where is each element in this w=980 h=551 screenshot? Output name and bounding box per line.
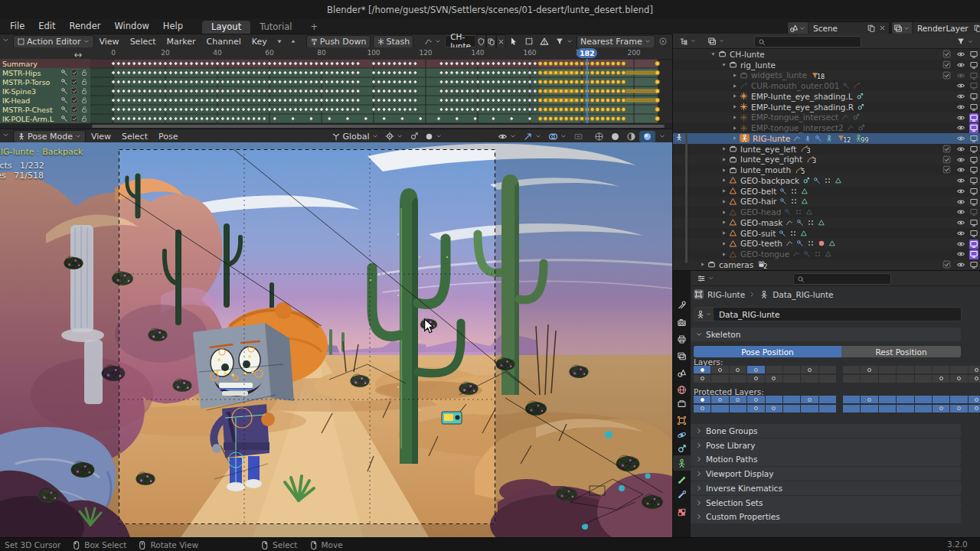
- properties-search-field[interactable]: [793, 273, 891, 285]
- layers-right-top-cell-4[interactable]: [915, 366, 932, 373]
- exclude-checkbox[interactable]: [942, 260, 951, 270]
- channel-ik-spine3[interactable]: IK-Spine3: [0, 86, 90, 96]
- snap-dropdown[interactable]: Nearest Frame: [577, 35, 655, 48]
- scene-icon-button[interactable]: [788, 22, 808, 34]
- ds-menu-view[interactable]: View: [94, 37, 125, 47]
- protected-right-bottom-cell-0[interactable]: [843, 405, 860, 412]
- channel-summary[interactable]: Summary: [0, 59, 90, 68]
- outliner-row-geo-mask[interactable]: GEO-mask: [673, 217, 980, 228]
- outliner-row-emp-lunte_eye_shading.r[interactable]: EMP-lunte_eye_shading.R: [673, 102, 980, 112]
- outliner-display-mode-dropdown[interactable]: [676, 36, 700, 47]
- exclude-checkbox[interactable]: [942, 155, 951, 165]
- properties-tab-object[interactable]: [673, 412, 691, 428]
- ds-menu-channel[interactable]: Channel: [201, 37, 247, 47]
- panel-selection-sets[interactable]: Selection Sets: [691, 496, 961, 510]
- outliner-filter-dropdown[interactable]: [953, 36, 977, 47]
- layers-right-top-cell-7[interactable]: [969, 366, 980, 373]
- layers-left-top-cell-4[interactable]: [766, 366, 782, 373]
- protected-left-top-cell-6[interactable]: [801, 396, 818, 403]
- protected-right-bottom-cell-1[interactable]: [861, 405, 877, 412]
- properties-editor-dropdown[interactable]: [694, 273, 717, 284]
- panel-pose-library[interactable]: Pose Library: [691, 439, 961, 452]
- outliner-row-geo-teeth[interactable]: GEO-teeth: [673, 239, 980, 249]
- timeline-ruler[interactable]: 020406080100120140160180200182: [90, 47, 672, 60]
- shading-wireframe-button[interactable]: [591, 131, 607, 142]
- layers-left-top-cell-7[interactable]: [819, 366, 836, 373]
- dopesheet-h-scrollbar[interactable]: [0, 123, 672, 129]
- layers-left-bottom-cell-0[interactable]: [694, 375, 710, 383]
- protected-left-top-cell-7[interactable]: [819, 396, 836, 403]
- layers-right-bottom-cell-0[interactable]: [843, 375, 860, 383]
- move-channel-up-button[interactable]: [286, 37, 300, 46]
- workspace-tab-+[interactable]: +: [301, 21, 327, 34]
- outliner-row-emp-tongue_intersect2[interactable]: EMP-tongue_intersect2: [673, 122, 980, 133]
- protected-right-top-cell-3[interactable]: [897, 396, 913, 403]
- layers-right-top-cell-6[interactable]: [950, 366, 967, 373]
- mode-dropdown[interactable]: Pose Mode: [13, 130, 86, 143]
- pose-position-button[interactable]: Pose Position: [694, 346, 841, 357]
- vp-menu-pose[interactable]: Pose: [153, 132, 183, 142]
- layers-right-top-cell-2[interactable]: [879, 366, 896, 373]
- outliner-row-cameras[interactable]: cameras2: [673, 259, 980, 270]
- exclude-checkbox[interactable]: [942, 145, 951, 155]
- layers-left-bottom-cell-2[interactable]: [730, 375, 746, 383]
- move-channel-down-button[interactable]: [273, 37, 286, 46]
- properties-tab-texture[interactable]: [673, 504, 691, 520]
- outliner-row-geo-belt[interactable]: GEO-belt: [673, 186, 980, 197]
- fake-user-button[interactable]: [476, 34, 486, 48]
- panel-motion-paths[interactable]: Motion Paths: [691, 452, 961, 466]
- outliner-search-field[interactable]: [754, 36, 861, 47]
- menu-window[interactable]: Window: [107, 19, 155, 34]
- protected-right-top-cell-5[interactable]: [933, 396, 949, 403]
- protected-left-bottom-cell-1[interactable]: [711, 405, 728, 412]
- proportional-editing-dropdown[interactable]: [422, 132, 446, 142]
- view-layer-new-button[interactable]: [973, 24, 980, 33]
- workspace-tab-tutorial[interactable]: Tutorial: [250, 21, 301, 34]
- outliner-row-lunte_eye_left[interactable]: lunte_eye_left3: [673, 144, 980, 155]
- properties-tab-render[interactable]: [673, 315, 691, 330]
- outliner-row-lunte_eye_right[interactable]: lunte_eye_right3: [673, 155, 980, 165]
- properties-tab-output[interactable]: [673, 331, 691, 347]
- outliner-row-ch-lunte[interactable]: CH-lunte: [673, 49, 980, 60]
- transform-orientation-dropdown[interactable]: Global: [328, 131, 381, 142]
- layers-left-top-cell-5[interactable]: [783, 366, 800, 373]
- exclude-checkbox[interactable]: [942, 60, 951, 70]
- filter-dropdown[interactable]: [552, 36, 577, 47]
- menu-file[interactable]: File: [3, 19, 31, 34]
- menu-edit[interactable]: Edit: [31, 19, 62, 34]
- pivot-point-dropdown[interactable]: [382, 131, 407, 142]
- protected-left-bottom-cell-4[interactable]: [766, 405, 782, 412]
- properties-tab-scene[interactable]: [673, 365, 691, 380]
- layers-left-bottom-cell-5[interactable]: [783, 375, 800, 383]
- layers-left-bottom-cell-3[interactable]: [747, 375, 764, 383]
- properties-tab-bone[interactable]: [673, 472, 691, 487]
- protected-left-bottom-cell-0[interactable]: [694, 405, 710, 412]
- layers-left-top-cell-2[interactable]: [730, 366, 746, 373]
- exclude-checkbox[interactable]: [942, 165, 951, 175]
- menu-help[interactable]: Help: [156, 19, 190, 34]
- properties-tab-object-data[interactable]: [673, 455, 691, 471]
- stash-button[interactable]: Stash: [373, 35, 414, 48]
- view-layer-selector[interactable]: RenderLayer: [891, 21, 980, 34]
- protected-left-top-cell-2[interactable]: [730, 396, 746, 403]
- channel-ik-head[interactable]: IK-Head: [0, 96, 90, 105]
- protected-right-top-cell-7[interactable]: [969, 396, 980, 403]
- protected-left-top-cell-0[interactable]: [694, 396, 710, 403]
- layers-right-top-cell-3[interactable]: [897, 366, 913, 373]
- protected-left-top-cell-4[interactable]: [766, 396, 782, 403]
- gizmos-toggle[interactable]: [520, 131, 545, 142]
- protected-left-bottom-cell-7[interactable]: [819, 405, 836, 412]
- menu-render[interactable]: Render: [63, 19, 108, 34]
- outliner-row-rig-lunte[interactable]: RIG-lunte1299: [673, 133, 980, 144]
- properties-tab-constraints[interactable]: [673, 441, 691, 456]
- protected-right-top-cell-1[interactable]: [861, 396, 877, 403]
- shading-dropdown[interactable]: [655, 132, 669, 141]
- layers-right-bottom-cell-1[interactable]: [861, 375, 877, 383]
- protected-right-bottom-cell-6[interactable]: [950, 405, 967, 412]
- properties-tab-tool[interactable]: [673, 297, 691, 312]
- layers-left-bottom-cell-1[interactable]: [711, 375, 728, 383]
- properties-tab-world[interactable]: [673, 382, 691, 397]
- protected-right-bottom-cell-4[interactable]: [915, 405, 932, 412]
- layers-left-top-cell-1[interactable]: [711, 366, 728, 373]
- panel-bone-groups[interactable]: Bone Groups: [691, 424, 961, 438]
